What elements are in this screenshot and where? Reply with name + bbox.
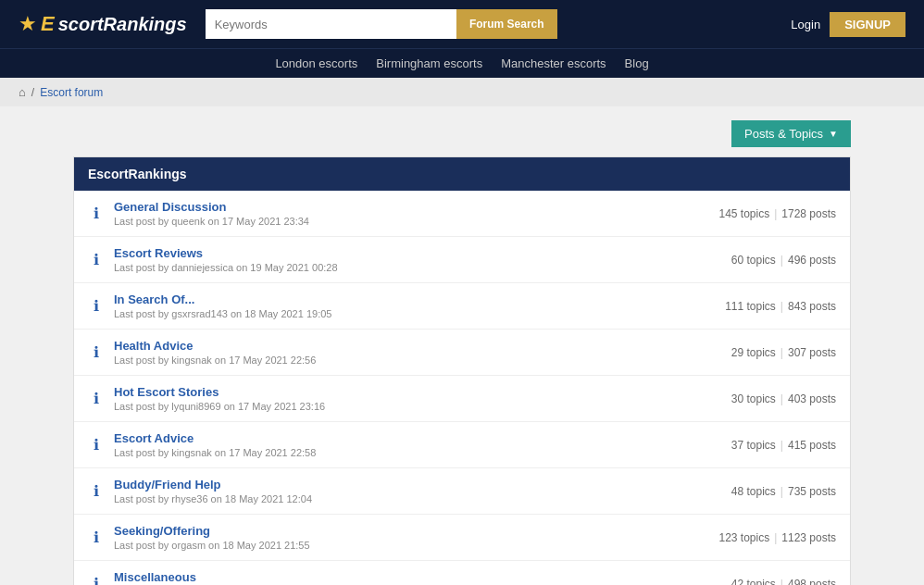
forum-info-icon: ℹ [88,575,105,585]
forum-topics-count: 42 topics [731,578,776,586]
forum-lastpost: Last post by rhyse36 on 18 May 2021 12:0… [114,493,722,504]
forum-info-icon: ℹ [88,390,105,407]
breadcrumb-separator: / [31,86,34,99]
nav-manchester-escorts[interactable]: Manchester escorts [501,56,606,70]
forum-topics-count: 48 topics [731,485,776,498]
search-input[interactable] [206,9,456,39]
forum-section-title: EscortRankings [74,157,850,191]
forum-row: ℹ Escort Advice Last post by kingsnak on… [74,422,850,468]
search-bar: Forum Search [206,9,557,39]
forum-lastpost: Last post by kingsnak on 17 May 2021 22:… [114,447,722,458]
login-button[interactable]: Login [791,18,820,31]
stat-separator: | [780,578,783,586]
forum-title-link[interactable]: Escort Advice [114,431,722,445]
forum-lastpost: Last post by orgasm on 18 May 2021 21:55 [114,540,709,551]
forum-info: In Search Of... Last post by gsxrsrad143… [114,292,716,319]
main-nav: London escorts Birmingham escorts Manche… [0,48,924,78]
forum-info-icon: ℹ [88,436,105,454]
forum-topics-count: 123 topics [718,531,769,544]
posts-topics-label: Posts & Topics [744,127,823,141]
main-content: Posts & Topics ▼ EscortRankings ℹ Genera… [64,120,860,585]
forum-title-link[interactable]: Health Advice [114,339,722,353]
forum-row: ℹ Health Advice Last post by kingsnak on… [74,330,850,376]
forum-posts-count: 307 posts [788,346,836,359]
forum-posts-count: 1123 posts [781,531,836,544]
forum-info: General Discussion Last post by queenk o… [114,200,709,227]
forum-posts-count: 415 posts [788,439,836,452]
forum-lastpost: Last post by danniejessica on 19 May 202… [114,262,722,273]
forum-title-link[interactable]: In Search Of... [114,292,716,306]
forum-stats: 42 topics | 498 posts [731,578,836,586]
forum-posts-count: 403 posts [788,392,836,405]
forum-lastpost: Last post by lyquni8969 on 17 May 2021 2… [114,401,722,412]
forum-info: Health Advice Last post by kingsnak on 1… [114,339,722,366]
forum-rows: ℹ General Discussion Last post by queenk… [74,191,850,585]
forum-stats: 48 topics | 735 posts [731,485,836,498]
logo-star-icon: ★ [19,12,37,36]
forum-topics-count: 29 topics [731,346,776,359]
forum-topics-count: 145 topics [718,207,769,220]
forum-stats: 111 topics | 843 posts [725,300,836,313]
signup-button[interactable]: SIGNUP [830,12,905,37]
logo[interactable]: ★ EscortRankings [19,12,187,36]
toolbar: Posts & Topics ▼ [73,120,851,147]
forum-info: Escort Reviews Last post by danniejessic… [114,246,722,273]
forum-info-icon: ℹ [88,482,105,500]
forum-posts-count: 735 posts [788,485,836,498]
forum-row: ℹ Escort Reviews Last post by danniejess… [74,237,850,283]
forum-title-link[interactable]: General Discussion [114,200,709,214]
forum-info: Miscellaneous Last post by queenk on 17 … [114,570,722,585]
forum-stats: 123 topics | 1123 posts [718,531,836,544]
stat-separator: | [774,207,777,220]
header-right: Login SIGNUP [791,12,905,37]
forum-info-icon: ℹ [88,297,105,315]
nav-blog[interactable]: Blog [625,56,649,70]
forum-info: Escort Advice Last post by kingsnak on 1… [114,431,722,458]
forum-title-link[interactable]: Miscellaneous [114,570,722,584]
breadcrumb: ⌂ / Escort forum [0,78,924,106]
forum-stats: 30 topics | 403 posts [731,392,836,405]
forum-topics-count: 111 topics [725,300,776,313]
nav-birmingham-escorts[interactable]: Birmingham escorts [376,56,482,70]
forum-title-link[interactable]: Hot Escort Stories [114,385,722,399]
forum-row: ℹ In Search Of... Last post by gsxrsrad1… [74,283,850,330]
forum-row: ℹ Buddy/Friend Help Last post by rhyse36… [74,468,850,515]
forum-posts-count: 1728 posts [781,207,836,220]
forum-title-link[interactable]: Seeking/Offering [114,524,709,538]
forum-topics-count: 30 topics [731,392,776,405]
breadcrumb-forum-link[interactable]: Escort forum [40,86,103,99]
forum-title-link[interactable]: Escort Reviews [114,246,722,260]
stat-separator: | [780,392,783,405]
forum-stats: 145 topics | 1728 posts [718,207,836,220]
forum-lastpost: Last post by gsxrsrad143 on 18 May 2021 … [114,308,716,319]
home-icon: ⌂ [19,85,26,99]
forum-posts-count: 843 posts [788,300,836,313]
stat-separator: | [780,254,783,267]
stat-separator: | [780,300,783,313]
forum-stats: 29 topics | 307 posts [731,346,836,359]
forum-topics-count: 37 topics [731,439,776,452]
forum-posts-count: 496 posts [788,254,836,267]
stat-separator: | [780,485,783,498]
forum-lastpost: Last post by queenk on 17 May 2021 23:34 [114,216,709,227]
forum-info: Seeking/Offering Last post by orgasm on … [114,524,709,551]
nav-london-escorts[interactable]: London escorts [275,56,357,70]
stat-separator: | [780,346,783,359]
forum-stats: 37 topics | 415 posts [731,439,836,452]
logo-e: E [41,12,55,36]
forum-lastpost: Last post by kingsnak on 17 May 2021 22:… [114,355,722,366]
forum-row: ℹ Seeking/Offering Last post by orgasm o… [74,515,850,561]
forum-row: ℹ General Discussion Last post by queenk… [74,191,850,237]
posts-topics-button[interactable]: Posts & Topics ▼ [731,120,851,147]
logo-name: scortRankings [58,14,187,35]
forum-title-link[interactable]: Buddy/Friend Help [114,478,722,492]
forum-info: Hot Escort Stories Last post by lyquni89… [114,385,722,412]
forum-topics-count: 60 topics [731,254,776,267]
forum-row: ℹ Hot Escort Stories Last post by lyquni… [74,376,850,422]
stat-separator: | [780,439,783,452]
stat-separator: | [774,531,777,544]
forum-info-icon: ℹ [88,343,105,361]
forum-posts-count: 498 posts [788,578,836,586]
chevron-down-icon: ▼ [829,129,838,139]
forum-search-button[interactable]: Forum Search [456,9,557,39]
